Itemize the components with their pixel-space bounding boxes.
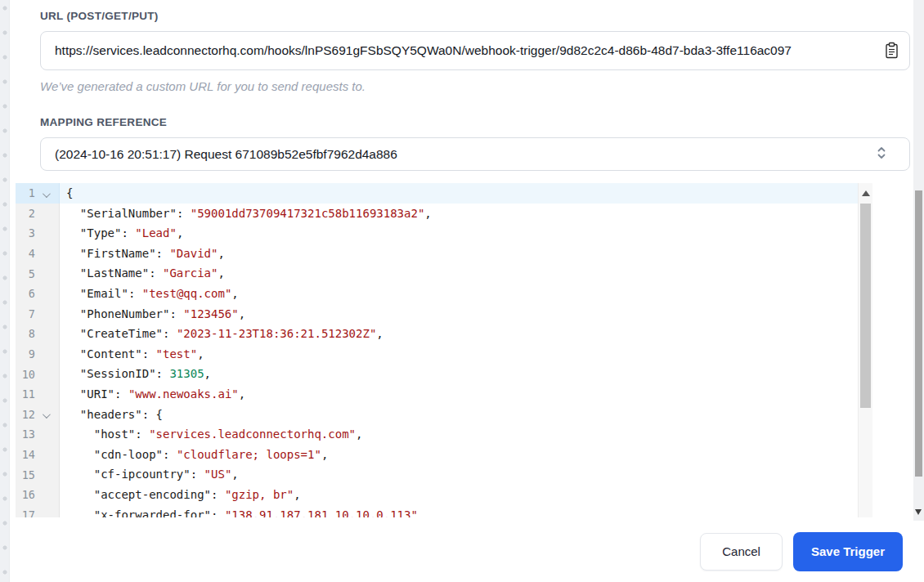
- gutter-cell: 10: [16, 364, 60, 384]
- cancel-button[interactable]: Cancel: [700, 533, 783, 571]
- line-number: 4: [16, 247, 35, 260]
- panel-scrollbar[interactable]: [913, 0, 924, 521]
- code-line[interactable]: 11 "URI": "www.newoaks.ai",: [16, 384, 858, 405]
- line-number: 7: [16, 307, 35, 320]
- gutter-cell: 6: [16, 284, 60, 304]
- code-line[interactable]: 10 "SessionID": 31305,: [16, 364, 858, 384]
- fold-caret-icon[interactable]: [43, 410, 51, 419]
- editor-scrollbar-thumb[interactable]: [860, 204, 871, 408]
- line-number: 2: [16, 207, 35, 220]
- gutter-cell: 14: [16, 445, 60, 465]
- url-field-wrapper: [40, 31, 910, 70]
- gutter-cell: 17: [16, 505, 60, 518]
- code-line[interactable]: 3 "Type": "Lead",: [16, 223, 858, 244]
- selected-request-option: (2024-10-16 20:51:17) Request 671089b52e…: [55, 147, 397, 162]
- gutter-cell: 4: [16, 244, 60, 264]
- code-line[interactable]: 17 "x-forwarded-for": "138.91.187.181,10…: [16, 505, 858, 518]
- line-number: 3: [16, 226, 35, 240]
- code-line[interactable]: 9 "Content": "test",: [16, 344, 858, 365]
- webhook-trigger-panel: URL (POST/GET/PUT) We’ve generated a cus…: [0, 0, 924, 582]
- line-number: 15: [16, 468, 35, 481]
- code-text: "x-forwarded-for": "138.91.187.181,10.10…: [60, 505, 858, 518]
- panel-body: URL (POST/GET/PUT) We’ve generated a cus…: [10, 0, 913, 582]
- url-helper-text: We’ve generated a custom URL for you to …: [40, 79, 913, 93]
- gutter-cell: 11: [16, 384, 60, 405]
- line-number: 11: [16, 387, 35, 401]
- line-number: 13: [16, 428, 35, 441]
- url-label: URL (POST/GET/PUT): [40, 10, 913, 22]
- clipboard-icon: [885, 49, 899, 61]
- gutter-cell: 13: [16, 424, 60, 445]
- code-text: "headers": {: [60, 405, 858, 425]
- scroll-down-arrow-icon[interactable]: [915, 509, 922, 515]
- code-line[interactable]: 12 "headers": {: [16, 405, 858, 425]
- code-text: {: [60, 183, 858, 204]
- code-text: "Type": "Lead",: [60, 223, 858, 244]
- gutter-cell: 12: [16, 405, 60, 425]
- code-text: "SerialNumber": "59001dd73709417321c58b1…: [60, 204, 858, 224]
- fold-caret-icon[interactable]: [43, 190, 51, 198]
- code-line[interactable]: 7 "PhoneNumber": "123456",: [16, 304, 858, 325]
- scroll-up-arrow-icon[interactable]: [862, 190, 870, 196]
- code-text: "Email": "test@qq.com",: [60, 284, 858, 304]
- code-line[interactable]: 6 "Email": "test@qq.com",: [16, 284, 858, 304]
- line-number: 12: [16, 408, 35, 421]
- line-number: 6: [16, 287, 35, 300]
- code-line[interactable]: 4 "FirstName": "David",: [16, 244, 858, 264]
- gutter-cell: 16: [16, 485, 60, 505]
- code-line[interactable]: 16 "accept-encoding": "gzip, br",: [16, 485, 858, 505]
- code-text: "SessionID": 31305,: [60, 364, 858, 384]
- code-line[interactable]: 8 "CreateTime": "2023-11-23T18:36:21.512…: [16, 324, 858, 344]
- line-number: 17: [16, 508, 35, 517]
- gutter-cell: 7: [16, 304, 60, 325]
- line-number: 16: [16, 488, 35, 501]
- line-number: 14: [16, 448, 35, 461]
- line-number: 10: [16, 368, 35, 381]
- code-text: "cdn-loop": "cloudflare; loops=1",: [60, 445, 858, 465]
- code-text: "CreateTime": "2023-11-23T18:36:21.51230…: [60, 324, 858, 344]
- line-number: 5: [16, 267, 35, 280]
- code-lines: 1{2 "SerialNumber": "59001dd73709417321c…: [16, 183, 858, 517]
- code-text: "cf-ipcountry": "US",: [60, 464, 858, 485]
- json-code-editor[interactable]: 1{2 "SerialNumber": "59001dd73709417321c…: [16, 183, 872, 517]
- copy-url-button[interactable]: [883, 42, 899, 60]
- webhook-url-input[interactable]: [41, 32, 909, 69]
- code-text: "accept-encoding": "gzip, br",: [60, 485, 858, 505]
- code-text: "host": "services.leadconnectorhq.com",: [60, 424, 858, 445]
- code-text: "FirstName": "David",: [60, 244, 858, 264]
- dotted-divider: [0, 0, 10, 582]
- gutter-cell: 9: [16, 344, 60, 365]
- code-text: "PhoneNumber": "123456",: [60, 304, 858, 325]
- mapping-reference-select[interactable]: (2024-10-16 20:51:17) Request 671089b52e…: [40, 137, 910, 171]
- gutter-cell: 5: [16, 263, 60, 284]
- line-number: 8: [16, 327, 35, 340]
- save-trigger-button[interactable]: Save Trigger: [793, 532, 903, 571]
- code-line[interactable]: 13 "host": "services.leadconnectorhq.com…: [16, 424, 858, 445]
- editor-scrollbar[interactable]: [858, 183, 872, 517]
- code-line[interactable]: 1{: [16, 183, 858, 204]
- code-text: "URI": "www.newoaks.ai",: [60, 384, 858, 405]
- panel-scrollbar-thumb[interactable]: [915, 190, 922, 477]
- code-line[interactable]: 15 "cf-ipcountry": "US",: [16, 464, 858, 485]
- gutter-cell: 8: [16, 324, 60, 344]
- footer-actions: Cancel Save Trigger: [10, 521, 913, 582]
- code-text: "LastName": "Garcia",: [60, 263, 858, 284]
- up-down-chevron-icon: [877, 146, 886, 163]
- code-line[interactable]: 14 "cdn-loop": "cloudflare; loops=1",: [16, 445, 858, 465]
- code-line[interactable]: 2 "SerialNumber": "59001dd73709417321c58…: [16, 204, 858, 224]
- gutter-cell: 1: [16, 183, 60, 204]
- line-number: 9: [16, 347, 35, 360]
- code-line[interactable]: 5 "LastName": "Garcia",: [16, 263, 858, 284]
- mapping-reference-label: MAPPING REFERENCE: [40, 116, 913, 128]
- code-text: "Content": "test",: [60, 344, 858, 365]
- gutter-cell: 3: [16, 223, 60, 244]
- gutter-cell: 2: [16, 204, 60, 224]
- line-number: 1: [16, 186, 35, 199]
- gutter-cell: 15: [16, 464, 60, 485]
